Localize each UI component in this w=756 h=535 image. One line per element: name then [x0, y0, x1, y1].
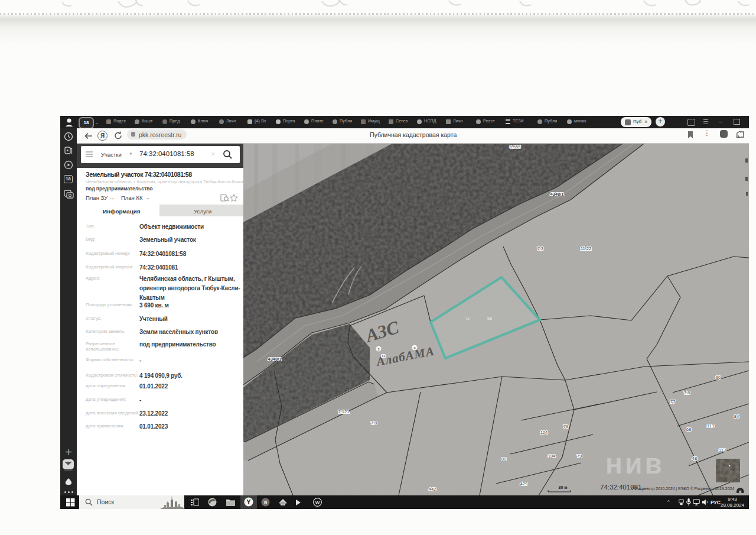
svg-text:Y: Y	[246, 498, 251, 505]
svg-text:7.3: 7.3	[537, 246, 543, 251]
svg-text:© Росреестр 2010-2024 | ЕЭКО ©: © Росреестр 2010-2024 | ЕЭКО © Росреестр…	[631, 487, 734, 491]
svg-text:58: 58	[487, 316, 492, 320]
svg-text:6.555: 6.555	[510, 144, 521, 150]
svg-text:113: 113	[719, 448, 726, 453]
svg-text:84: 84	[734, 414, 739, 419]
svg-text:77: 77	[670, 399, 675, 404]
svg-text:429: 429	[520, 481, 528, 487]
svg-text:79: 79	[563, 424, 568, 429]
svg-text:68: 68	[686, 427, 691, 432]
svg-text:нив: нив	[605, 448, 664, 479]
svg-text:7.8: 7.8	[684, 390, 690, 395]
svg-text:4348/1: 4348/1	[268, 356, 282, 362]
svg-text:79: 79	[577, 453, 582, 459]
svg-text:4348/1: 4348/1	[550, 192, 564, 197]
svg-text:30 м: 30 м	[559, 485, 568, 489]
svg-text:7.8: 7.8	[371, 420, 377, 426]
svg-text:80: 80	[501, 456, 506, 462]
svg-text:11.22: 11.22	[581, 246, 591, 251]
svg-text:104: 104	[548, 453, 556, 459]
svg-text:48: 48	[692, 456, 697, 461]
svg-text:74:: 74:	[465, 317, 471, 321]
svg-text:W: W	[315, 500, 320, 505]
svg-text:я: я	[264, 499, 268, 505]
svg-text:442: 442	[429, 487, 436, 492]
svg-text:13: 13	[382, 354, 386, 358]
svg-text:90: 90	[716, 375, 721, 380]
svg-text:7.121: 7.121	[338, 409, 350, 414]
svg-text:113: 113	[707, 423, 714, 429]
svg-text:104: 104	[540, 430, 548, 435]
